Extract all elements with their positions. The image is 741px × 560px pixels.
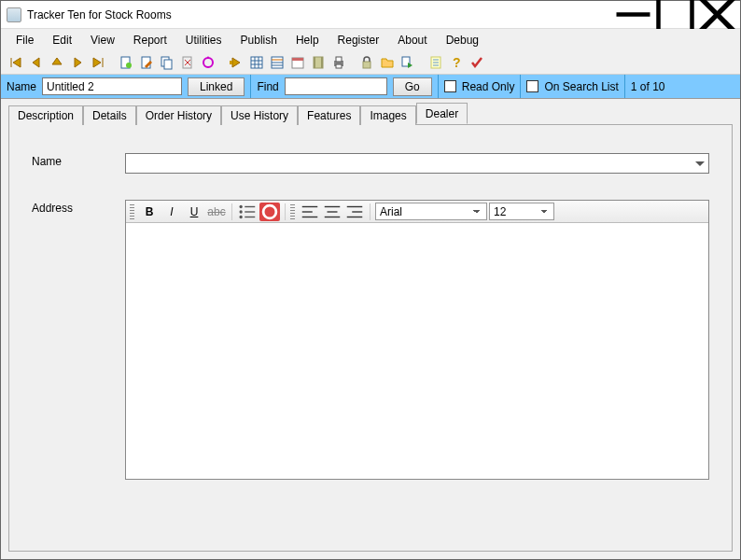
editor-toolbar: B I U abc Arial 12 <box>126 201 708 223</box>
window-title: Tracker Ten for Stock Rooms <box>27 8 612 21</box>
bold-button[interactable]: B <box>139 203 160 221</box>
readonly-checkbox[interactable] <box>444 80 456 92</box>
grid-icon[interactable] <box>247 53 266 72</box>
find-input[interactable] <box>285 77 387 95</box>
check-icon[interactable] <box>468 53 486 72</box>
menu-utilities[interactable]: Utilities <box>176 31 231 49</box>
tab-use-history[interactable]: Use History <box>221 105 298 125</box>
tab-details[interactable]: Details <box>83 105 136 125</box>
record-counter: 1 of 10 <box>631 80 665 93</box>
svg-point-40 <box>239 215 242 217</box>
tab-features[interactable]: Features <box>298 105 360 125</box>
align-right-button[interactable] <box>344 203 365 221</box>
doc-delete-icon[interactable] <box>178 53 197 72</box>
tab-dealer[interactable]: Dealer <box>416 103 468 124</box>
maximize-button[interactable] <box>654 2 696 28</box>
svg-point-5 <box>126 63 132 68</box>
svg-rect-24 <box>314 57 315 68</box>
toolbar: ? <box>1 50 740 75</box>
doc-copy-icon[interactable] <box>158 53 176 72</box>
list-icon[interactable] <box>268 53 287 72</box>
app-window: Tracker Ten for Stock Rooms File Edit Vi… <box>0 0 741 560</box>
menu-about[interactable]: About <box>388 31 436 49</box>
menu-file[interactable]: File <box>7 31 43 49</box>
onsearch-checkbox[interactable] <box>526 80 538 92</box>
svg-point-36 <box>239 204 242 207</box>
toolbar-grip-icon <box>290 204 295 219</box>
svg-point-42 <box>263 205 276 218</box>
menubar: File Edit View Report Utilities Publish … <box>1 29 740 50</box>
name-label: Name <box>7 80 36 93</box>
doc-edit-icon[interactable] <box>137 53 156 72</box>
film-icon[interactable] <box>309 53 328 72</box>
tab-panel-dealer: Name Address B I U abc <box>8 124 733 552</box>
svg-rect-29 <box>363 62 370 68</box>
minimize-button[interactable] <box>612 2 654 28</box>
nav-prev-icon[interactable] <box>27 53 46 72</box>
menu-publish[interactable]: Publish <box>231 31 287 49</box>
align-center-button[interactable] <box>322 203 343 221</box>
svg-text:?: ? <box>453 55 461 70</box>
nav-last-icon[interactable] <box>89 53 107 72</box>
tab-strip: Description Details Order History Use Hi… <box>8 105 733 124</box>
svg-point-10 <box>203 58 213 67</box>
font-size-select[interactable]: 12 <box>489 203 554 220</box>
font-family-select[interactable]: Arial <box>375 203 487 220</box>
svg-rect-12 <box>251 57 262 68</box>
svg-rect-25 <box>321 57 323 68</box>
doc-new-icon[interactable] <box>117 53 135 72</box>
onsearch-label: On Search List <box>544 80 618 93</box>
name-input[interactable] <box>42 77 182 95</box>
filter-bar: Name Linked Find Go Read Only On Search … <box>1 75 740 99</box>
lock-icon[interactable] <box>357 53 376 72</box>
menu-edit[interactable]: Edit <box>43 31 81 49</box>
toolbar-grip-icon <box>130 204 134 219</box>
dealer-name-label: Name <box>32 153 125 168</box>
folder-icon[interactable] <box>378 53 397 72</box>
menu-report[interactable]: Report <box>124 31 176 49</box>
svg-rect-27 <box>336 57 342 62</box>
dealer-name-combo[interactable] <box>125 153 709 174</box>
content-area: Description Details Order History Use Hi… <box>1 99 740 559</box>
dealer-address-label: Address <box>32 200 125 215</box>
svg-rect-28 <box>336 64 342 68</box>
export-icon[interactable] <box>398 53 417 72</box>
notes-icon[interactable] <box>426 53 445 72</box>
svg-rect-22 <box>292 58 303 61</box>
menu-help[interactable]: Help <box>287 31 329 49</box>
svg-rect-11 <box>230 61 232 64</box>
svg-rect-8 <box>164 60 172 69</box>
go-button[interactable]: Go <box>393 77 432 96</box>
align-left-button[interactable] <box>300 203 320 221</box>
help-icon[interactable]: ? <box>447 53 466 72</box>
color-button[interactable] <box>259 203 280 221</box>
menu-view[interactable]: View <box>81 31 124 49</box>
menu-register[interactable]: Register <box>329 31 389 49</box>
linked-button[interactable]: Linked <box>188 77 245 96</box>
tab-description[interactable]: Description <box>8 105 83 125</box>
readonly-label: Read Only <box>462 80 515 93</box>
strike-button[interactable]: abc <box>206 203 227 221</box>
nav-up-icon[interactable] <box>48 53 66 72</box>
editor-body[interactable] <box>126 223 708 479</box>
nav-first-icon[interactable] <box>7 53 25 72</box>
address-editor: B I U abc Arial 12 <box>125 200 709 480</box>
menu-debug[interactable]: Debug <box>437 31 488 49</box>
find-label: Find <box>257 80 278 93</box>
bullet-list-button[interactable] <box>237 203 258 221</box>
tab-order-history[interactable]: Order History <box>136 105 221 125</box>
close-button[interactable] <box>696 2 738 28</box>
print-icon[interactable] <box>329 53 348 72</box>
doc-refresh-icon[interactable] <box>199 53 217 72</box>
app-icon <box>7 7 21 22</box>
titlebar: Tracker Ten for Stock Rooms <box>1 1 740 29</box>
link-icon[interactable] <box>227 53 245 72</box>
calendar-icon[interactable] <box>288 53 307 72</box>
tab-images[interactable]: Images <box>360 105 415 125</box>
italic-button[interactable]: I <box>161 203 182 221</box>
chevron-down-icon <box>695 161 705 166</box>
underline-button[interactable]: U <box>184 203 204 221</box>
svg-rect-1 <box>659 0 692 32</box>
svg-point-38 <box>239 210 242 213</box>
nav-next-icon[interactable] <box>68 53 87 72</box>
